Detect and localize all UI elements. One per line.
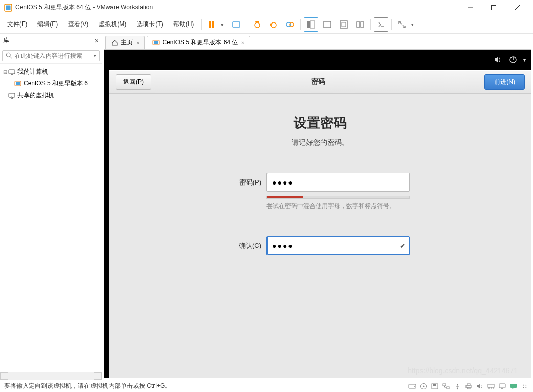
svg-line-22 xyxy=(10,57,12,59)
svg-rect-3 xyxy=(492,5,496,10)
library-horizontal-scrollbar[interactable] xyxy=(0,372,102,380)
volume-icon[interactable] xyxy=(494,56,503,64)
svg-point-41 xyxy=(457,388,458,389)
snapshot-revert-button[interactable] xyxy=(266,17,281,32)
vm-viewport[interactable]: ▾ 返回(P) 密码 前进(N) 设置密码 请记好您的密码。 密码(P) ●●●… xyxy=(104,49,531,378)
svg-rect-13 xyxy=(307,21,310,28)
password-hint: 尝试在密码中混合使用字母，数字和标点符号。 xyxy=(266,202,410,211)
menu-file[interactable]: 文件(F) xyxy=(2,17,32,32)
console-button[interactable] xyxy=(374,17,388,32)
pause-button[interactable] xyxy=(205,17,219,32)
tab-centos-label: CentOS 5 和更早版本 64 位 xyxy=(162,38,238,47)
menu-tabs[interactable]: 选项卡(T) xyxy=(131,17,168,32)
maximize-button[interactable] xyxy=(482,0,505,15)
printer-icon[interactable] xyxy=(464,383,473,390)
send-ctrl-alt-del-button[interactable] xyxy=(229,17,243,32)
svg-rect-51 xyxy=(510,384,517,388)
confirm-input[interactable]: ●●●● xyxy=(266,236,410,255)
pci-icon[interactable] xyxy=(487,383,495,390)
password-value: ●●●● xyxy=(272,178,294,187)
snapshot-manager-button[interactable] xyxy=(283,17,297,32)
scroll-right-button[interactable] xyxy=(94,372,102,380)
disk-icon[interactable] xyxy=(408,383,416,390)
library-close-button[interactable]: × xyxy=(95,37,99,45)
scroll-left-button[interactable] xyxy=(0,372,8,380)
svg-rect-15 xyxy=(324,21,331,28)
menu-view[interactable]: 查看(V) xyxy=(63,17,94,32)
vmware-logo-icon xyxy=(4,4,12,12)
floppy-icon[interactable] xyxy=(431,383,439,390)
view-unity-button[interactable] xyxy=(353,17,367,32)
window-titlebar: CentOS 5 和更早版本 64 位 - VMware Workstation xyxy=(0,0,533,15)
shared-icon xyxy=(8,92,15,99)
monitor-icon xyxy=(8,68,15,76)
tree-my-computer[interactable]: ⊟ 我的计算机 xyxy=(1,66,101,78)
centos-header: 返回(P) 密码 前进(N) xyxy=(109,70,531,94)
pause-dropdown-icon[interactable]: ▾ xyxy=(221,22,224,27)
network-icon[interactable] xyxy=(442,383,450,390)
svg-rect-14 xyxy=(310,21,315,28)
library-search-box[interactable]: ▾ xyxy=(2,50,100,61)
menu-edit[interactable]: 编辑(E) xyxy=(32,17,63,32)
stretch-dropdown-icon[interactable]: ▾ xyxy=(411,22,414,27)
password-row: 密码(P) ●●●● xyxy=(231,173,410,192)
separator xyxy=(300,19,301,30)
collapse-icon[interactable]: ⊟ xyxy=(2,69,8,75)
view-thumbnail-button[interactable] xyxy=(320,17,335,32)
view-single-button[interactable] xyxy=(304,17,318,32)
view-fullscreen-button[interactable] xyxy=(337,17,351,32)
separator xyxy=(391,19,392,30)
drag-handle-icon[interactable] xyxy=(521,383,529,390)
power-dropdown-icon[interactable]: ▾ xyxy=(523,57,526,63)
library-panel: 库 × ▾ ⊟ 我的计算机 CentOS 5 和更早版本 6 xyxy=(0,34,102,380)
message-log-icon[interactable] xyxy=(509,383,518,390)
sound-icon[interactable] xyxy=(476,383,484,390)
next-button[interactable]: 前进(N) xyxy=(484,74,525,90)
svg-rect-45 xyxy=(488,384,494,387)
close-button[interactable] xyxy=(505,0,529,15)
svg-rect-30 xyxy=(154,41,158,44)
stretch-button[interactable] xyxy=(395,17,409,32)
cd-icon[interactable] xyxy=(419,383,428,390)
tab-home-close[interactable]: × xyxy=(136,40,139,46)
menu-vm[interactable]: 虚拟机(M) xyxy=(94,17,131,32)
library-tree: ⊟ 我的计算机 CentOS 5 和更早版本 6 共享的虚拟机 xyxy=(0,64,102,372)
svg-rect-40 xyxy=(447,387,449,389)
svg-rect-16 xyxy=(340,21,347,28)
back-button[interactable]: 返回(P) xyxy=(116,74,151,90)
svg-point-21 xyxy=(6,53,10,57)
svg-rect-39 xyxy=(443,384,446,386)
usb-icon[interactable] xyxy=(453,383,461,390)
menu-help[interactable]: 帮助(H) xyxy=(168,17,199,32)
svg-rect-6 xyxy=(209,21,211,28)
centos-heading: 设置密码 xyxy=(294,114,347,132)
svg-rect-43 xyxy=(467,384,470,385)
svg-point-10 xyxy=(271,22,276,28)
confirm-row: 确认(C) ●●●● ✔ xyxy=(231,236,410,255)
svg-rect-49 xyxy=(499,384,505,388)
tree-shared-vms[interactable]: 共享的虚拟机 xyxy=(1,89,101,101)
password-input[interactable]: ●●●● xyxy=(266,173,410,192)
snapshot-take-button[interactable] xyxy=(250,17,264,32)
password-label: 密码(P) xyxy=(231,178,261,187)
svg-rect-38 xyxy=(433,384,436,386)
tab-centos-close[interactable]: × xyxy=(241,40,244,46)
svg-point-52 xyxy=(523,384,524,385)
search-dropdown-icon[interactable]: ▾ xyxy=(94,53,96,58)
vm-area: 主页 × CentOS 5 和更早版本 64 位 × ▾ 返回(P) 密码 前进… xyxy=(102,34,533,380)
tree-vm-centos[interactable]: CentOS 5 和更早版本 6 xyxy=(1,78,101,89)
tab-centos[interactable]: CentOS 5 和更早版本 64 位 × xyxy=(147,36,250,49)
minimize-button[interactable] xyxy=(458,0,482,15)
power-icon[interactable] xyxy=(509,56,517,64)
svg-point-12 xyxy=(290,22,294,27)
tab-home[interactable]: 主页 × xyxy=(105,36,145,49)
tree-my-computer-label: 我的计算机 xyxy=(17,67,48,76)
separator xyxy=(370,19,371,30)
scroll-track[interactable] xyxy=(8,372,94,380)
monitor-icon[interactable] xyxy=(498,383,506,390)
expand-placeholder-icon xyxy=(2,93,8,98)
vm-icon xyxy=(152,39,160,47)
library-search-input[interactable] xyxy=(15,52,94,59)
window-title: CentOS 5 和更早版本 64 位 - VMware Workstation xyxy=(15,3,458,12)
confirm-label: 确认(C) xyxy=(231,241,261,250)
